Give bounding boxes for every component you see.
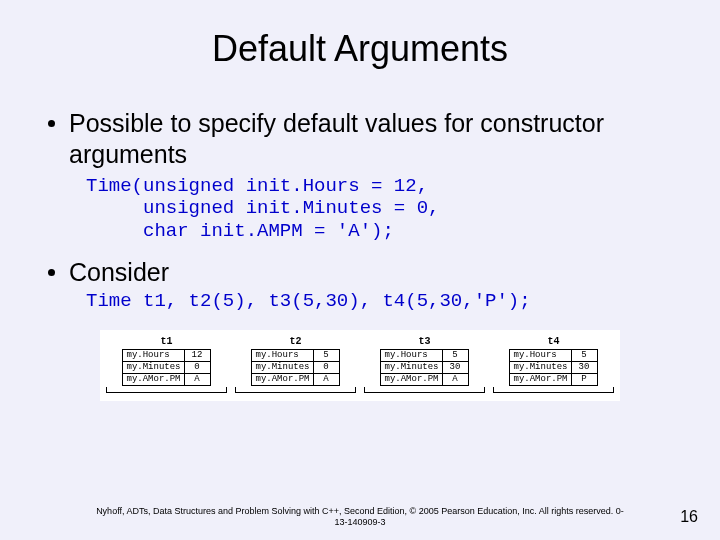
object-footer-bar (364, 387, 485, 393)
field-value: 5 (571, 350, 597, 362)
field-name: my.Hours (510, 350, 571, 362)
field-name: my.Minutes (381, 362, 442, 374)
field-value: 30 (442, 362, 468, 374)
field-name: my.Minutes (510, 362, 571, 374)
field-value: A (184, 374, 210, 386)
object-name: t4 (547, 336, 559, 347)
bullet-dot (48, 120, 55, 127)
slide-title: Default Arguments (30, 28, 690, 70)
code-block-1: Time(unsigned init.Hours = 12, unsigned … (86, 175, 690, 243)
field-value: 0 (184, 362, 210, 374)
bullet-text-1: Possible to specify default values for c… (69, 108, 690, 171)
field-name: my.Minutes (123, 362, 184, 374)
object-name: t2 (289, 336, 301, 347)
footer-citation: Nyhoff, ADTs, Data Structures and Proble… (0, 506, 720, 528)
field-name: my.Hours (381, 350, 442, 362)
field-value: 12 (184, 350, 210, 362)
field-value: 30 (571, 362, 597, 374)
bullet-text-2: Consider (69, 257, 169, 288)
code-block-2: Time t1, t2(5), t3(5,30), t4(5,30,'P'); (86, 290, 690, 312)
field-name: my.AMor.PM (510, 374, 571, 386)
object-name: t1 (160, 336, 172, 347)
page-number: 16 (680, 508, 698, 526)
field-value: P (571, 374, 597, 386)
object-box: t3my.Hours5my.Minutes30my.AMor.PMA (364, 336, 485, 393)
object-box: t1my.Hours12my.Minutes0my.AMor.PMA (106, 336, 227, 393)
object-footer-bar (106, 387, 227, 393)
field-value: 0 (313, 362, 339, 374)
object-footer-bar (235, 387, 356, 393)
field-name: my.Hours (123, 350, 184, 362)
field-name: my.AMor.PM (381, 374, 442, 386)
field-name: my.Minutes (252, 362, 313, 374)
field-name: my.AMor.PM (123, 374, 184, 386)
object-footer-bar (493, 387, 614, 393)
object-box: t2my.Hours5my.Minutes0my.AMor.PMA (235, 336, 356, 393)
object-name: t3 (418, 336, 430, 347)
bullet-dot (48, 269, 55, 276)
field-value: A (442, 374, 468, 386)
field-value: A (313, 374, 339, 386)
field-name: my.Hours (252, 350, 313, 362)
field-value: 5 (313, 350, 339, 362)
field-name: my.AMor.PM (252, 374, 313, 386)
object-diagram: t1my.Hours12my.Minutes0my.AMor.PMAt2my.H… (100, 330, 620, 401)
object-box: t4my.Hours5my.Minutes30my.AMor.PMP (493, 336, 614, 393)
field-value: 5 (442, 350, 468, 362)
